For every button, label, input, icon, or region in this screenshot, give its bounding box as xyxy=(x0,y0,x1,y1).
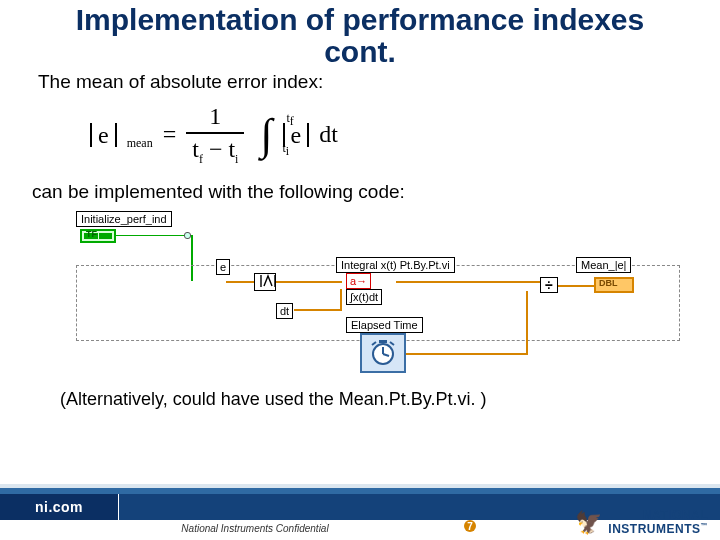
eq-num: 1 xyxy=(203,103,227,132)
slide-body: The mean of absolute error index: e mean… xyxy=(0,71,720,410)
alternative-text: (Alternatively, could have used the Mean… xyxy=(60,389,690,410)
node-dot xyxy=(184,232,191,239)
intro-text: The mean of absolute error index: xyxy=(38,71,690,93)
block-diagram: Initialize_perf_ind TF e dt xyxy=(76,211,696,381)
brand-tm: ™ xyxy=(701,522,709,529)
title-line1: Implementation of performance indexes xyxy=(76,3,644,36)
footer-site-chip: ni.com xyxy=(0,494,118,520)
brand-line2: INSTRUMENTS xyxy=(608,522,700,536)
eq-lhs-e: e xyxy=(98,122,109,148)
elapsed-time-label: Elapsed Time xyxy=(346,317,423,333)
integral-vi-label: Integral x(t) Pt.By.Pt.vi xyxy=(336,257,455,273)
footer-confidential: National Instruments Confidential xyxy=(0,523,510,534)
brand-line1: NATIONAL xyxy=(643,508,708,522)
impl-text: can be implemented with the following co… xyxy=(32,181,690,203)
wire xyxy=(396,281,542,283)
slide-title: Implementation of performance indexes co… xyxy=(0,0,720,67)
eq-den-tf: t xyxy=(192,136,199,162)
eq-int-lo-sub: i xyxy=(286,144,289,158)
eq-dt: dt xyxy=(319,121,338,148)
eagle-icon: 🦅 xyxy=(575,510,603,536)
wire xyxy=(340,289,342,311)
wire xyxy=(116,235,186,236)
equation: e mean = 1 tf − ti ∫ tf ti e dt xyxy=(90,103,690,167)
wire xyxy=(276,281,342,283)
e-label: e xyxy=(216,259,230,275)
a-terminal: a→ xyxy=(346,273,371,289)
svg-rect-3 xyxy=(379,340,387,343)
elapsed-time-vi xyxy=(360,333,406,373)
page-number: 7 xyxy=(466,521,474,532)
divide-block: ÷ xyxy=(540,277,558,293)
dt-label: dt xyxy=(276,303,293,319)
tf-text: TF xyxy=(86,230,97,240)
eq-fraction: 1 tf − ti xyxy=(186,103,244,167)
wire xyxy=(526,291,528,355)
wire xyxy=(406,353,528,355)
eq-equals: = xyxy=(163,121,177,148)
abs-block xyxy=(254,273,276,291)
dbl-text: DBL xyxy=(599,279,618,289)
wire xyxy=(558,285,594,287)
footer-site: ni.com xyxy=(35,499,83,515)
integral-icon: ∫x(t)dt xyxy=(346,289,382,305)
mean-e-label: Mean_|e| xyxy=(576,257,631,273)
eq-den-ti-sub: i xyxy=(235,152,238,166)
footer: ni.com National Instruments Confidential… xyxy=(0,484,720,540)
eq-den-minus: − xyxy=(209,136,223,162)
ni-logo: 🦅 NATIONAL INSTRUMENTS™ xyxy=(538,508,708,536)
divide-symbol: ÷ xyxy=(545,277,553,293)
slide: Implementation of performance indexes co… xyxy=(0,0,720,540)
eq-integral: ∫ tf ti xyxy=(260,113,272,157)
init-perf-ind-label: Initialize_perf_ind xyxy=(76,211,172,227)
wire xyxy=(294,309,342,311)
eq-den-tf-sub: f xyxy=(199,152,203,166)
wire xyxy=(226,281,254,283)
eq-int-up-sub: f xyxy=(290,114,294,128)
title-line2: cont. xyxy=(324,35,396,68)
eq-lhs-sub: mean xyxy=(127,135,153,149)
